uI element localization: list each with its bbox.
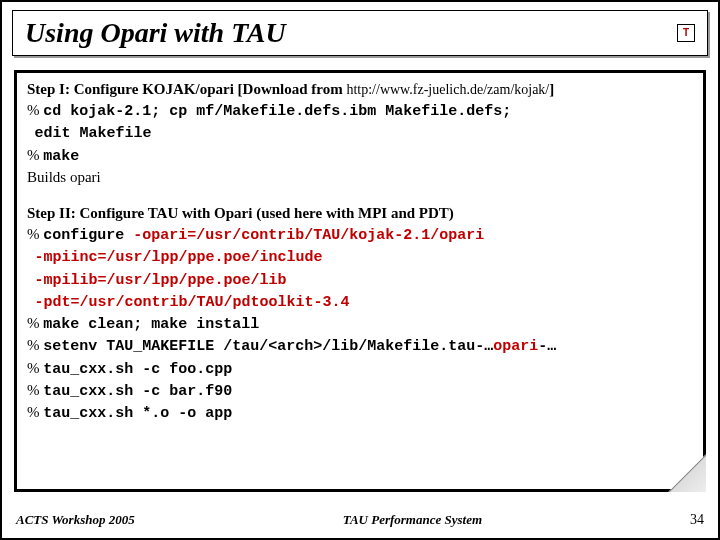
command-option: -mpiinc=/usr/lpp/ppe.poe/include: [35, 249, 323, 266]
page-curl-icon: [668, 454, 706, 492]
command-text: make: [43, 148, 79, 165]
command-option: opari: [493, 338, 538, 355]
step1-label: Step I: Configure KOJAK/opari [Download …: [27, 81, 346, 97]
title-bar: Using Opari with TAU T: [12, 10, 708, 56]
step1-line: % cd kojak-2.1; cp mf/Makefile.defs.ibm …: [27, 100, 693, 122]
prompt: %: [27, 404, 43, 420]
footer-center: TAU Performance System: [135, 512, 690, 528]
step1-line: edit Makefile: [27, 122, 693, 144]
command-text: configure: [43, 227, 133, 244]
step1-url: http://www.fz-juelich.de/zam/kojak/: [346, 82, 549, 97]
prompt: %: [27, 382, 43, 398]
step2-label: Step II: Configure TAU with Opari (used …: [27, 205, 454, 221]
command-text: make clean; make install: [43, 316, 259, 333]
step2-line: % setenv TAU_MAKEFILE /tau/<arch>/lib/Ma…: [27, 335, 693, 357]
prompt: [27, 248, 35, 264]
command-text: tau_cxx.sh -c bar.f90: [43, 383, 232, 400]
spacer: [27, 187, 693, 205]
slide-title: Using Opari with TAU: [25, 17, 286, 49]
command-text: tau_cxx.sh -c foo.cpp: [43, 361, 232, 378]
step1-heading: Step I: Configure KOJAK/opari [Download …: [27, 81, 693, 98]
prompt: [27, 271, 35, 287]
content-box: Step I: Configure KOJAK/opari [Download …: [14, 70, 706, 492]
step2-line: % tau_cxx.sh *.o -o app: [27, 402, 693, 424]
step2-line: % tau_cxx.sh -c bar.f90: [27, 380, 693, 402]
command-text: setenv TAU_MAKEFILE /tau/<arch>/lib/Make…: [43, 338, 493, 355]
slide: Using Opari with TAU T Step I: Configure…: [2, 2, 718, 538]
command-text: -…: [538, 338, 556, 355]
step2-line: -pdt=/usr/contrib/TAU/pdtoolkit-3.4: [27, 291, 693, 313]
prompt: %: [27, 226, 43, 242]
command-option: -mpilib=/usr/lpp/ppe.poe/lib: [35, 272, 287, 289]
footer: ACTS Workshop 2005 TAU Performance Syste…: [2, 512, 718, 528]
command-text: cd kojak-2.1; cp mf/Makefile.defs.ibm Ma…: [43, 103, 511, 120]
prompt: [27, 293, 35, 309]
step1-line: % make: [27, 145, 693, 167]
step2-line: % tau_cxx.sh -c foo.cpp: [27, 358, 693, 380]
prompt: %: [27, 147, 43, 163]
prompt: %: [27, 337, 43, 353]
prompt: [27, 124, 35, 140]
step2-line: -mpilib=/usr/lpp/ppe.poe/lib: [27, 269, 693, 291]
step2-line: -mpiinc=/usr/lpp/ppe.poe/include: [27, 246, 693, 268]
page-number: 34: [690, 512, 704, 528]
step2-line: % make clean; make install: [27, 313, 693, 335]
footer-left: ACTS Workshop 2005: [16, 512, 135, 528]
step1-result: Builds opari: [27, 167, 693, 187]
step2-heading: Step II: Configure TAU with Opari (used …: [27, 205, 693, 222]
command-text: tau_cxx.sh *.o -o app: [43, 405, 232, 422]
prompt: %: [27, 102, 43, 118]
command-text: edit Makefile: [35, 125, 152, 142]
command-option: -opari=/usr/contrib/TAU/kojak-2.1/opari: [133, 227, 484, 244]
step2-line: % configure -opari=/usr/contrib/TAU/koja…: [27, 224, 693, 246]
prompt: %: [27, 315, 43, 331]
step1-label-end: ]: [549, 81, 554, 97]
tau-logo-icon: T: [677, 24, 695, 42]
command-option: -pdt=/usr/contrib/TAU/pdtoolkit-3.4: [35, 294, 350, 311]
prompt: %: [27, 360, 43, 376]
